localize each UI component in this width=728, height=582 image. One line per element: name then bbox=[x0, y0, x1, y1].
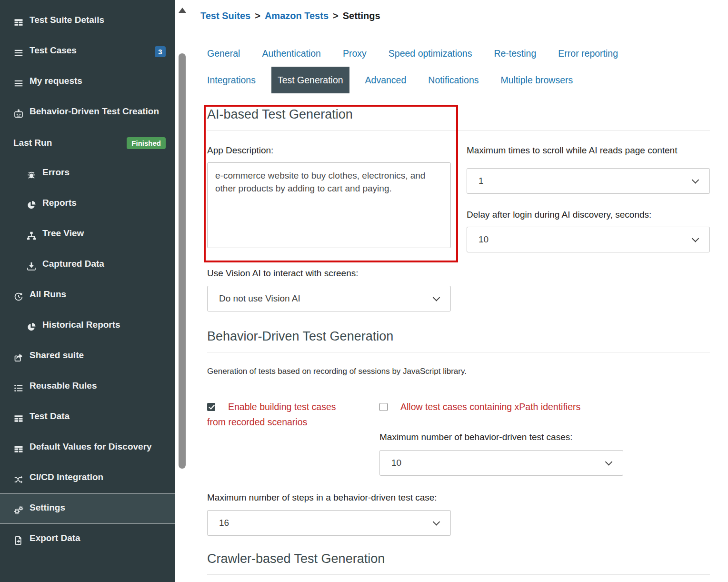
sidebar-item-label: Errors bbox=[42, 167, 70, 177]
sidebar-item-my-requests[interactable]: My requests bbox=[0, 67, 175, 97]
sidebar-item-export-data[interactable]: Export Data bbox=[0, 524, 175, 554]
breadcrumb-link-amazon-tests[interactable]: Amazon Tests bbox=[265, 10, 329, 21]
tab-test-generation[interactable]: Test Generation bbox=[271, 67, 349, 93]
max-steps-label: Maximum number of steps in a behavior-dr… bbox=[207, 491, 451, 504]
menu-icon bbox=[13, 45, 25, 60]
vision-ai-select[interactable]: Do not use Vision AI bbox=[207, 286, 451, 311]
max-scroll-select[interactable]: 1 bbox=[467, 168, 710, 194]
scroll-up-arrow-icon[interactable] bbox=[179, 8, 186, 13]
tab-advanced[interactable]: Advanced bbox=[359, 67, 413, 93]
section-title-behavior-driven: Behavior-Driven Test Generation bbox=[207, 328, 710, 352]
sidebar-item-label: Shared suite bbox=[30, 350, 84, 360]
sidebar-item-test-data[interactable]: Test Data bbox=[0, 402, 175, 432]
tab-speed-optimizations[interactable]: Speed optimizations bbox=[382, 40, 479, 67]
sidebar-item-label: All Runs bbox=[30, 289, 66, 299]
sidebar-item-reports[interactable]: Reports bbox=[0, 189, 175, 219]
sidebar-item-label: Tree View bbox=[42, 228, 84, 238]
sidebar-item-behavior-driven-test-creation[interactable]: Behavior-Driven Test Creation bbox=[0, 97, 175, 128]
max-scroll-select-value: 1 bbox=[479, 176, 484, 186]
table-icon bbox=[13, 441, 25, 456]
sidebar-item-captured-data[interactable]: Captured Data bbox=[0, 250, 175, 280]
sidebar: Test Suite Details Test Cases 3 My reque… bbox=[0, 0, 175, 582]
chevron-down-icon bbox=[605, 458, 613, 466]
delay-after-login-select[interactable]: 10 bbox=[467, 227, 710, 252]
max-scroll-label: Maximum times to scroll while AI reads p… bbox=[467, 144, 710, 157]
pie-chart-icon bbox=[26, 319, 38, 334]
bug-icon bbox=[26, 167, 38, 182]
sidebar-item-label: Default Values for Discovery bbox=[30, 442, 152, 452]
list-icon bbox=[13, 380, 25, 395]
tab-row-1: General Authentication Proxy Speed optim… bbox=[201, 40, 728, 67]
gears-icon bbox=[13, 502, 25, 517]
tab-row-2: Integrations Test Generation Advanced No… bbox=[201, 67, 728, 93]
sidebar-item-test-cases[interactable]: Test Cases 3 bbox=[0, 36, 175, 67]
sidebar-item-label: Captured Data bbox=[42, 259, 104, 269]
sidebar-item-cicd-integration[interactable]: CI/CD Integration bbox=[0, 463, 175, 493]
tree-icon bbox=[26, 228, 38, 243]
delay-after-login-label: Delay after login during AI discovery, s… bbox=[467, 208, 710, 221]
tab-re-testing[interactable]: Re-testing bbox=[488, 40, 542, 67]
sidebar-item-errors[interactable]: Errors bbox=[0, 158, 175, 189]
max-cases-select-value: 10 bbox=[391, 458, 401, 468]
chevron-down-icon bbox=[433, 518, 440, 526]
test-cases-count-badge: 3 bbox=[155, 46, 166, 57]
breadcrumb-link-test-suites[interactable]: Test Suites bbox=[200, 10, 250, 21]
scrollbar-thumb[interactable] bbox=[179, 53, 186, 469]
enable-recorded-field: Enable building test cases from recorded… bbox=[207, 399, 379, 476]
tab-proxy[interactable]: Proxy bbox=[337, 40, 373, 67]
sidebar-item-label: Test Data bbox=[30, 411, 70, 421]
vision-ai-select-value: Do not use Vision AI bbox=[219, 293, 300, 304]
section-title-ai-test-generation: AI-based Test Generation bbox=[207, 106, 710, 130]
sidebar-item-label: Settings bbox=[30, 502, 65, 512]
section-title-crawler: Crawler-based Test Generation bbox=[207, 550, 710, 575]
share-icon bbox=[13, 350, 25, 365]
sidebar-item-last-run[interactable]: Last Run Finished bbox=[0, 128, 175, 158]
chevron-down-icon bbox=[692, 176, 699, 184]
shuffle-icon bbox=[13, 472, 25, 487]
tab-integrations[interactable]: Integrations bbox=[201, 67, 262, 93]
robot-icon bbox=[13, 106, 25, 121]
settings-tabs: General Authentication Proxy Speed optim… bbox=[201, 40, 728, 93]
sidebar-item-historical-reports[interactable]: Historical Reports bbox=[0, 311, 175, 341]
history-icon bbox=[13, 289, 25, 304]
enable-recorded-label: Enable building test cases from recorded… bbox=[207, 401, 336, 427]
sidebar-item-label: Behavior-Driven Test Creation bbox=[30, 106, 159, 116]
tab-multiple-browsers[interactable]: Multiple browsers bbox=[495, 67, 579, 93]
main-content: Test Suites>Amazon Tests>Settings Genera… bbox=[189, 0, 728, 582]
max-cases-select[interactable]: 10 bbox=[379, 450, 623, 476]
pie-chart-icon bbox=[26, 197, 38, 212]
app-description-textarea[interactable]: e-commerce website to buy clothes, elect… bbox=[207, 162, 451, 248]
sidebar-item-shared-suite[interactable]: Shared suite bbox=[0, 341, 175, 371]
sidebar-item-label: Export Data bbox=[30, 533, 80, 543]
tab-content: AI-based Test Generation App Description… bbox=[189, 106, 728, 575]
tab-error-reporting[interactable]: Error reporting bbox=[552, 40, 624, 67]
xpath-checkbox[interactable] bbox=[379, 403, 388, 411]
sidebar-item-label: Last Run bbox=[13, 138, 52, 148]
max-steps-select[interactable]: 16 bbox=[207, 510, 451, 536]
vision-ai-label: Use Vision AI to interact with screens: bbox=[207, 267, 710, 280]
breadcrumb-separator: > bbox=[255, 10, 260, 21]
max-cases-label: Maximum number of behavior-driven test c… bbox=[379, 431, 710, 443]
tab-notifications[interactable]: Notifications bbox=[422, 67, 485, 93]
delay-select-value: 10 bbox=[479, 234, 489, 245]
chevron-down-icon bbox=[433, 294, 440, 301]
sidebar-item-all-runs[interactable]: All Runs bbox=[0, 280, 175, 311]
download-icon bbox=[26, 258, 38, 273]
sidebar-item-settings[interactable]: Settings bbox=[0, 493, 175, 524]
tab-authentication[interactable]: Authentication bbox=[256, 40, 327, 67]
enable-recorded-checkbox[interactable] bbox=[207, 403, 215, 411]
max-steps-select-value: 16 bbox=[219, 518, 229, 528]
xpath-field: Allow test cases containing xPath identi… bbox=[379, 399, 710, 476]
sidebar-item-test-suite-details[interactable]: Test Suite Details bbox=[0, 6, 175, 36]
behavior-driven-description: Generation of tests based on recording o… bbox=[207, 366, 710, 377]
sidebar-item-label: Reusable Rules bbox=[30, 381, 97, 391]
app-root: Test Suite Details Test Cases 3 My reque… bbox=[0, 0, 728, 582]
sidebar-item-reusable-rules[interactable]: Reusable Rules bbox=[0, 371, 175, 402]
sidebar-item-default-values-for-discovery[interactable]: Default Values for Discovery bbox=[0, 432, 175, 463]
sidebar-item-tree-view[interactable]: Tree View bbox=[0, 219, 175, 250]
breadcrumb-separator: > bbox=[333, 10, 339, 21]
xpath-label: Allow test cases containing xPath identi… bbox=[400, 401, 580, 412]
tab-general[interactable]: General bbox=[201, 40, 246, 67]
sidebar-item-label: Historical Reports bbox=[42, 320, 120, 330]
sidebar-scrollbar-track[interactable] bbox=[175, 0, 189, 582]
